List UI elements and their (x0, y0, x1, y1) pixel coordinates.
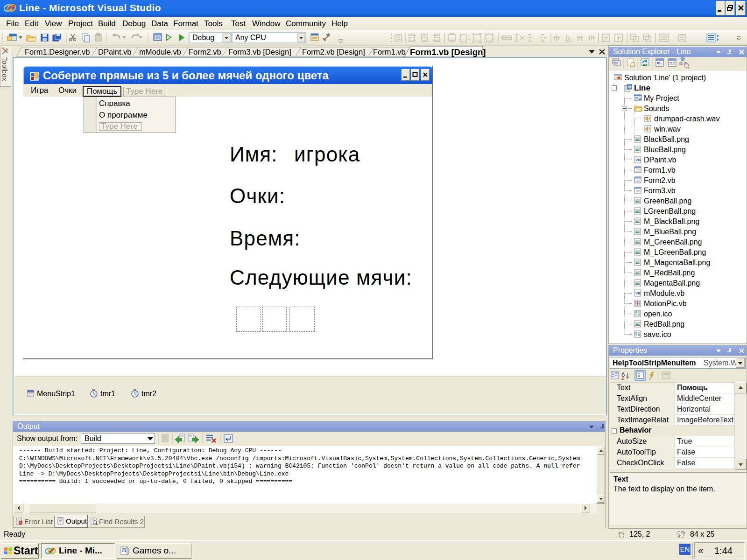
svg-text:Form3.vb [Design]: Form3.vb [Design] (228, 48, 291, 56)
svg-text:Debug: Debug (192, 34, 214, 42)
svg-text:Form1.vb: Form1.vb (373, 48, 406, 56)
svg-text:Form2.vb: Form2.vb (189, 48, 221, 56)
svg-text:VB: VB (635, 291, 641, 295)
svg-text:VB: VB (628, 85, 633, 89)
svg-text:Form2.vb [Design]: Form2.vb [Design] (302, 48, 365, 56)
svg-text:DPaint.vb: DPaint.vb (98, 48, 132, 56)
svg-text:W: W (122, 549, 126, 552)
svg-text:Form1.Designer.vb: Form1.Designer.vb (25, 48, 90, 56)
svg-text:VB: VB (635, 158, 641, 162)
svg-text:Z: Z (621, 375, 625, 381)
svg-text:mModule.vb: mModule.vb (139, 48, 181, 56)
svg-text:Form1.vb [Design]: Form1.vb [Design] (410, 47, 486, 57)
svg-text:Any CPU: Any CPU (235, 34, 266, 42)
